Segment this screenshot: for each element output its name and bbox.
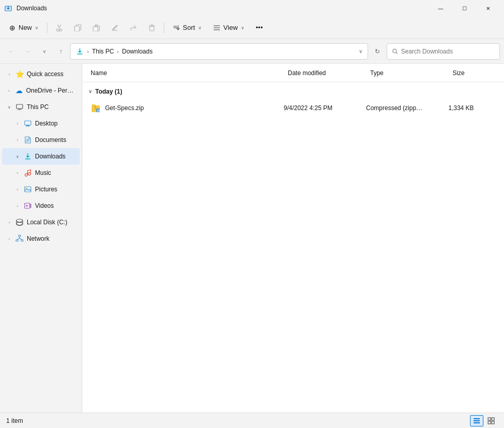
desktop-label: Desktop <box>35 120 58 127</box>
group-today-header[interactable]: ∨ Today (1) <box>82 84 504 99</box>
desktop-chevron: › <box>14 121 21 126</box>
up-button[interactable]: ↑ <box>54 44 68 59</box>
col-header-date[interactable]: Date modified <box>284 64 366 82</box>
network-label: Network <box>27 235 49 242</box>
back-button[interactable]: ← <box>4 44 19 59</box>
path-dropdown-icon: ∨ <box>359 48 362 54</box>
sidebar-item-downloads[interactable]: ∨ Downloads <box>2 148 80 165</box>
view-label: View <box>223 24 238 31</box>
svg-rect-3 <box>75 26 79 31</box>
sidebar-item-desktop[interactable]: › Desktop <box>2 115 80 132</box>
file-size: 1,334 KB <box>448 104 500 112</box>
table-row[interactable]: ZIP Get-Specs.zip 9/4/2022 4:25 PM Compr… <box>82 99 504 117</box>
group-today-chevron: ∨ <box>89 89 92 94</box>
quick-access-icon: ⭐ <box>15 70 24 78</box>
dropdown-button[interactable]: ∨ <box>37 44 51 59</box>
music-label: Music <box>35 169 51 176</box>
search-box[interactable] <box>387 43 500 60</box>
path-thispc: This PC <box>92 48 114 55</box>
sidebar: › ⭐ Quick access › ☁ OneDrive - Personal… <box>0 64 82 413</box>
new-button[interactable]: ⊕ New ∨ <box>4 20 44 36</box>
documents-chevron: › <box>14 138 21 142</box>
view-chevron: ∨ <box>241 25 245 30</box>
sidebar-item-onedrive[interactable]: › ☁ OneDrive - Personal <box>2 82 80 99</box>
local-disk-icon <box>15 218 24 226</box>
downloads-icon <box>24 152 32 160</box>
view-button[interactable]: View ∨ <box>208 20 250 36</box>
downloads-label: Downloads <box>35 153 65 160</box>
this-pc-icon <box>15 103 24 111</box>
pictures-icon <box>24 185 32 193</box>
svg-rect-56 <box>492 421 494 424</box>
svg-rect-54 <box>492 418 494 420</box>
this-pc-chevron: ∨ <box>6 105 12 110</box>
svg-point-17 <box>393 49 396 52</box>
cut-button[interactable] <box>50 20 68 36</box>
sidebar-item-quick-access[interactable]: › ⭐ Quick access <box>2 66 80 82</box>
more-label: ••• <box>256 24 263 31</box>
file-name: Get-Specs.zip <box>105 104 144 112</box>
view-controls <box>470 415 498 426</box>
paste-button[interactable] <box>88 20 105 36</box>
address-path[interactable]: › This PC › Downloads ∨ <box>70 43 368 60</box>
share-icon <box>130 24 137 31</box>
search-input[interactable] <box>401 48 494 55</box>
toolbar-separator-2 <box>164 23 164 33</box>
sidebar-item-this-pc[interactable]: ∨ This PC <box>2 99 80 115</box>
desktop-icon <box>24 119 32 128</box>
forward-button[interactable]: → <box>21 44 35 59</box>
svg-rect-39 <box>21 240 23 241</box>
col-name-label: Name <box>91 69 107 77</box>
toolbar-separator-1 <box>47 23 47 33</box>
refresh-button[interactable]: ↻ <box>370 44 385 59</box>
col-header-size[interactable]: Size <box>448 64 500 82</box>
rename-icon <box>111 24 118 31</box>
sort-button[interactable]: Sort ∨ <box>167 20 207 36</box>
sidebar-item-local-disk[interactable]: › Local Disk (C:) <box>2 214 80 230</box>
sidebar-item-pictures[interactable]: › Pictures <box>2 181 80 198</box>
status-item-count: 1 item <box>6 417 23 424</box>
network-icon <box>15 235 24 243</box>
file-name-cell: ZIP Get-Specs.zip <box>86 103 284 113</box>
list-view-icon <box>473 417 480 424</box>
cut-icon <box>56 24 63 31</box>
music-icon <box>24 169 32 177</box>
svg-rect-55 <box>488 421 491 424</box>
sidebar-item-documents[interactable]: › Documents <box>2 132 80 148</box>
svg-rect-6 <box>93 27 98 31</box>
minimize-button[interactable]: — <box>429 0 453 16</box>
sidebar-item-music[interactable]: › Music <box>2 165 80 181</box>
close-button[interactable]: ✕ <box>476 0 500 16</box>
more-button[interactable]: ••• <box>251 20 268 36</box>
col-header-type[interactable]: Type <box>366 64 448 82</box>
rename-button[interactable] <box>106 20 124 36</box>
new-chevron: ∨ <box>35 25 39 30</box>
col-header-name[interactable]: Name <box>86 64 284 82</box>
status-bar: 1 item <box>0 413 504 428</box>
group-today-label: Today (1) <box>95 88 122 95</box>
delete-icon <box>148 24 155 31</box>
pictures-label: Pictures <box>35 186 57 193</box>
path-downloads: Downloads <box>122 48 152 55</box>
downloads-chevron: ∨ <box>14 154 21 159</box>
details-view-button[interactable] <box>484 415 498 426</box>
svg-rect-31 <box>25 187 31 192</box>
svg-rect-46 <box>95 107 96 108</box>
col-type-label: Type <box>370 69 384 77</box>
paste-icon <box>93 24 100 31</box>
copy-button[interactable] <box>69 20 86 36</box>
list-view-button[interactable] <box>470 415 483 426</box>
documents-label: Documents <box>35 136 66 144</box>
share-button[interactable] <box>125 20 142 36</box>
address-bar: ← → ∨ ↑ › This PC › Downloads ∨ ↻ <box>0 39 504 64</box>
file-icon-zip: ZIP <box>91 103 101 113</box>
onedrive-label: OneDrive - Personal <box>26 87 76 94</box>
svg-marker-34 <box>26 205 28 207</box>
maximize-button[interactable]: ☐ <box>453 0 476 16</box>
quick-access-label: Quick access <box>27 70 63 78</box>
file-area: Name Date modified Type Size ∨ Today (1) <box>82 64 504 413</box>
new-label: New <box>19 24 32 31</box>
sidebar-item-network[interactable]: › Network <box>2 230 80 247</box>
sidebar-item-videos[interactable]: › Videos <box>2 198 80 214</box>
delete-button[interactable] <box>143 20 161 36</box>
